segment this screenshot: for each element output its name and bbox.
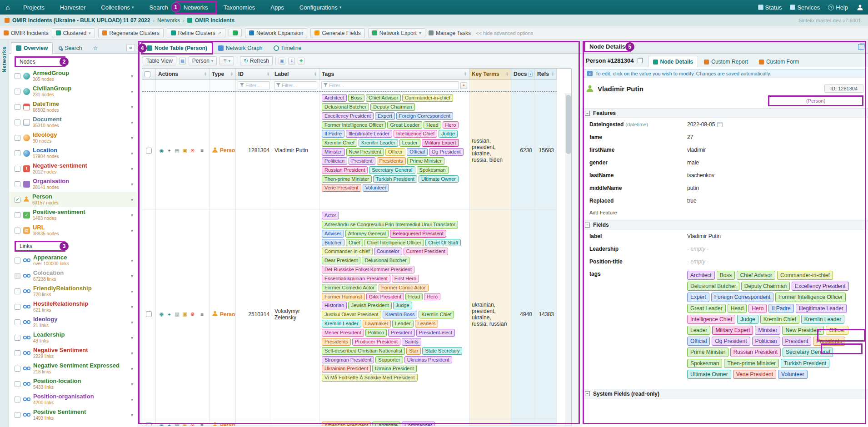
chevron-down-icon[interactable]: ▾ (131, 151, 133, 156)
sidebar-node-type-ideology[interactable]: Ideology90 nodes▾ (9, 130, 137, 145)
tag-chip[interactable]: First Hero (392, 275, 419, 283)
tag-chip[interactable]: Supporter (375, 356, 403, 364)
node-type-checkbox[interactable] (15, 73, 20, 79)
sidebar-node-type-negative-sentiment[interactable]: !Negative-sentiment2012 nodes▾ (9, 161, 137, 176)
sidebar-tab-overview[interactable]: Overview (11, 42, 53, 54)
collapse-section-icon[interactable]: − (585, 111, 590, 116)
tag-chip[interactable]: Delusional Butcher (322, 103, 369, 111)
tag-chip[interactable]: Commander-in-chief (402, 94, 453, 102)
delete-node-icon[interactable]: ⊗ (189, 311, 196, 318)
tag-chip[interactable]: Chief Intelligence Officer (364, 239, 424, 247)
tag-chip[interactable]: Kremlin Chief (760, 315, 799, 324)
tag-chip[interactable]: Judge (439, 130, 458, 138)
chevron-down-icon[interactable]: ▾ (131, 74, 133, 79)
tag-chip[interactable]: Chief Of Staff (425, 239, 461, 247)
docs-filter-dropdown-icon[interactable]: ▾ (528, 72, 533, 77)
nav-item-configurations[interactable]: Configurations▾ (292, 2, 349, 13)
tag-chip[interactable]: Kremlin Chief (419, 311, 454, 318)
nav-item-projects[interactable]: Projects (15, 2, 52, 13)
column-header-id[interactable]: ID▲▼ (236, 69, 272, 79)
feature-value[interactable]: putin (687, 185, 868, 191)
field-value[interactable]: Vladimir Putin (687, 233, 868, 239)
export-image-icon[interactable]: ▣ (279, 58, 285, 65)
sidebar-link-type-hostilerelationship[interactable]: HostileRelationship621 links▾ (9, 299, 137, 314)
tag-chip[interactable]: Turkish President (781, 359, 829, 368)
node-type-checkbox[interactable] (15, 197, 20, 203)
download-table-icon[interactable]: ⇓ (288, 58, 295, 65)
feature-value[interactable]: true (687, 198, 868, 204)
column-header-docs[interactable]: Docs▾▲▼ (511, 69, 535, 79)
tag-chip[interactable]: Judge (393, 302, 412, 309)
tag-chip[interactable]: Politician (752, 337, 780, 346)
node-type-checkbox[interactable] (15, 119, 20, 125)
link-type-checkbox[interactable] (15, 288, 20, 294)
show-in-graph-icon[interactable]: ◉ (158, 147, 165, 154)
chevron-down-icon[interactable]: ▾ (131, 120, 133, 125)
node-type-checkbox[interactable] (15, 166, 20, 172)
sort-icon[interactable]: ▲▼ (314, 72, 317, 76)
tag-chip[interactable]: Former Humorist (322, 293, 365, 301)
sort-icon[interactable]: ▲▼ (464, 72, 467, 76)
tag-chip[interactable]: Chief Advisor (737, 271, 775, 280)
feature-value[interactable]: 27 (687, 134, 868, 140)
tag-chip[interactable]: Dear President (322, 257, 360, 264)
table-scrollbar-thumb[interactable] (566, 95, 571, 154)
tag-chip[interactable]: Military Expert (422, 139, 459, 147)
sidebar-link-type-negative-sentiment[interactable]: Negative Sentiment2229 links▾ (9, 345, 137, 361)
sidebar-node-type-url[interactable]: @URL38835 nodes▾ (9, 223, 137, 238)
tag-chip[interactable]: Commander-in-chief (322, 248, 373, 255)
column-header-type[interactable]: Type▲▼ (210, 69, 236, 79)
feature-value[interactable]: 2022-08-05 (687, 121, 868, 128)
tag-chip[interactable]: Kremlin Leader (801, 315, 844, 324)
tag-chip[interactable]: Gikk President (366, 293, 404, 301)
tag-chip[interactable]: President (782, 337, 812, 346)
tag-chip[interactable]: State Secretary (422, 347, 462, 355)
tag-chip[interactable]: President-elect (416, 329, 455, 337)
tag-chip[interactable]: Expert (375, 112, 395, 120)
tag-chip[interactable]: Adresându-se Congresului Prin Intermediu… (322, 221, 458, 228)
sidebar-tab-star[interactable]: ☆ (88, 42, 103, 53)
tag-chip[interactable]: Then-prime Minister (322, 175, 372, 183)
main-tab-node-table-person[interactable]: Node Table (Person)4 (142, 42, 212, 54)
nav-item-networks[interactable]: Networks1 (176, 2, 216, 13)
main-tab-network-graph[interactable]: Network Graph (213, 42, 268, 53)
sidebar-node-type-document[interactable]: Document35310 nodes▾ (9, 114, 137, 130)
sidebar-link-type-negative-sentiment-expressed[interactable]: Negative Sentiment Expressed218 links▾ (9, 361, 137, 376)
tag-chip[interactable]: Volunteer (778, 370, 808, 379)
sidebar-link-type-position-location[interactable]: Position-location5433 links▾ (9, 376, 137, 392)
sidebar-node-type-armedgroup[interactable]: ArmedGroup305 nodes▾ (9, 68, 137, 84)
toolbar-icon-button[interactable] (229, 29, 242, 37)
sidebar-link-type-leadership[interactable]: Leadership43 links▾ (9, 330, 137, 345)
row-checkbox[interactable] (146, 148, 152, 154)
select-all-checkbox[interactable] (145, 71, 150, 77)
tag-chip[interactable]: Chief (346, 239, 363, 247)
tag-chip[interactable]: Ukrainas President (404, 356, 452, 364)
tag-chip[interactable]: Officer (385, 148, 405, 156)
tag-chip[interactable]: Commander (402, 422, 435, 426)
tag-chip[interactable]: New President (346, 148, 384, 156)
delete-node-icon[interactable]: ⊗ (189, 147, 196, 154)
tag-chip[interactable]: Kremlin Leader (322, 320, 361, 328)
tag-chip[interactable]: Leader (399, 139, 420, 147)
tag-chip[interactable]: Great Leader (387, 121, 422, 129)
tag-chip[interactable]: Former Intelligence Officer (775, 293, 846, 302)
tag-chip[interactable]: Politician (322, 157, 347, 165)
fields-tool-icon[interactable]: ✚ (298, 58, 304, 65)
filter-input[interactable] (282, 83, 315, 88)
nav-item-status[interactable]: Status (754, 2, 786, 13)
sidebar-node-type-location[interactable]: Location17984 nodes▾ (9, 145, 137, 161)
copy-node-icon[interactable]: ▣ (181, 311, 188, 318)
nav-item-apps[interactable]: Apps (263, 2, 292, 13)
tag-chip[interactable]: Official (687, 337, 710, 346)
chevron-down-icon[interactable]: ▾ (131, 412, 133, 417)
sidebar-link-type-friendlyrelationship[interactable]: FriendlyRelationship728 links▾ (9, 283, 137, 299)
tag-chip[interactable]: Turkish President (373, 175, 417, 183)
link-type-checkbox[interactable] (15, 412, 20, 418)
details-tab-custom-report[interactable]: Custom Report (699, 56, 753, 67)
tag-chip[interactable]: Architect (322, 94, 347, 102)
tag-chip[interactable]: Illegitimate Leader (796, 304, 847, 313)
details-tab-custom-form[interactable]: Custom Form (754, 56, 804, 67)
tag-chip[interactable]: Politico (365, 329, 387, 337)
column-header-key-terms[interactable]: Key Terms▲▼ (469, 69, 511, 79)
tag-chip[interactable]: Counselor (374, 248, 402, 255)
